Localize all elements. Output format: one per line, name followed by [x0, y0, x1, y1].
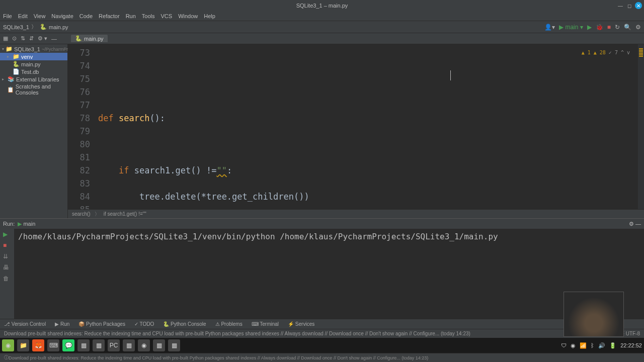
status-message[interactable]: Download pre-built shared indexes: Reduc…: [4, 331, 470, 336]
menu-window[interactable]: Window: [178, 13, 198, 19]
tray-icon-2[interactable]: ◉: [571, 342, 576, 349]
menu-vcs[interactable]: VCS: [161, 13, 173, 19]
inspections-widget[interactable]: ▲ 1 ▲ 28 ✓ 7 ^v: [582, 46, 630, 59]
firefox-icon[interactable]: 🦊: [32, 339, 44, 351]
update-icon[interactable]: ↻: [615, 24, 620, 31]
close-icon[interactable]: ✕: [635, 2, 642, 9]
run-button[interactable]: ▶: [587, 24, 592, 31]
tree-mainpy[interactable]: 🐍 main.py: [0, 60, 67, 68]
window-title: SQLite3_1 – main.py: [296, 3, 348, 9]
tab-problems[interactable]: ⚠ Problems: [215, 321, 243, 327]
app-icon-2[interactable]: ▦: [93, 339, 105, 351]
tab-vcs[interactable]: ⎇ Version Control: [4, 321, 46, 327]
tab-pyconsole[interactable]: 🐍 Python Console: [163, 321, 206, 327]
terminal-icon[interactable]: ⌨: [47, 339, 59, 351]
tree-venv[interactable]: ▸📁 venv: [0, 53, 67, 60]
run-hide-icon[interactable]: —: [635, 221, 641, 227]
os-taskbar: ◉ 📁 🦊 ⌨ 💬 ▦ ▦ PC ▦ ◉ ▦ ▦ 🛡 ◉ 📶 ᛒ 🔊 🔋 22:…: [0, 338, 644, 353]
collapse-icon[interactable]: ⇵: [29, 35, 34, 42]
search-icon[interactable]: 🔍: [624, 24, 631, 31]
gutter: 73747576777879808182838485: [68, 44, 98, 209]
error-stripe[interactable]: [638, 44, 644, 209]
tab-run[interactable]: ▶ Run: [55, 321, 69, 327]
tree-root[interactable]: ▾📁 SQLite3_1 ~/PycharmProjects/SQ: [0, 45, 67, 53]
print-icon[interactable]: 🖶: [3, 264, 11, 272]
stop-run-button[interactable]: ■: [3, 242, 11, 250]
run-settings-icon[interactable]: ⚙: [629, 221, 634, 227]
titlebar: SQLite3_1 – main.py — ◻ ✕: [0, 0, 644, 11]
stop-button[interactable]: ■: [607, 24, 611, 31]
app-icon-5[interactable]: ▦: [168, 339, 180, 351]
files-icon[interactable]: 📁: [17, 339, 29, 351]
obs-icon[interactable]: ◉: [138, 339, 150, 351]
tab-terminal[interactable]: ⌨ Terminal: [252, 321, 279, 327]
run-toolbar: ▶ ■ ⇊ 🖶 🗑: [0, 229, 14, 319]
tray-clock[interactable]: 22:22:52: [620, 342, 642, 348]
menu-file[interactable]: File: [3, 13, 12, 19]
select-opened-icon[interactable]: ⊙: [12, 35, 17, 42]
tray-network-icon[interactable]: 📶: [580, 342, 587, 349]
app-icon-4[interactable]: ▦: [153, 339, 165, 351]
navbar: SQLite3_1 〉 🐍 main.py 👤▾ ▶ main ▾ ▶ 🐞 ■ …: [0, 21, 644, 33]
app-icon[interactable]: ▦: [77, 339, 90, 351]
scroll-icon[interactable]: ⇊: [3, 253, 11, 261]
editor-breadcrumb: search() 〉 if search1.get() !="": [68, 209, 644, 218]
tray-icon[interactable]: 🛡: [561, 342, 567, 348]
settings-icon[interactable]: ⚙: [635, 24, 641, 31]
tree-testdb[interactable]: 📄 Test.db: [0, 68, 67, 75]
pycharm-icon[interactable]: PC: [108, 339, 120, 351]
hide-icon[interactable]: —: [51, 36, 57, 42]
run-output[interactable]: /home/klaus/PycharmProjects/SQLite3_1/ve…: [14, 229, 644, 319]
minimize-icon[interactable]: —: [617, 2, 624, 9]
rerun-button[interactable]: ▶: [3, 231, 11, 239]
expand-icon[interactable]: ⇅: [21, 35, 25, 42]
tray-battery-icon[interactable]: 🔋: [609, 342, 616, 349]
code-editor[interactable]: 73747576777879808182838485 def search():…: [68, 44, 644, 209]
menu-navigate[interactable]: Navigate: [51, 13, 73, 19]
text-cursor: [450, 70, 451, 80]
run-config-selector[interactable]: ▶ main ▾: [559, 24, 583, 31]
tab-services[interactable]: ⚡ Services: [288, 321, 314, 327]
maximize-icon[interactable]: ◻: [626, 2, 633, 9]
tab-pypackages[interactable]: 📦 Python Packages: [78, 321, 125, 327]
breadcrumb-if[interactable]: if search1.get() !="": [104, 211, 146, 217]
tab-todo[interactable]: ✓ TODO: [134, 321, 154, 327]
menu-run[interactable]: Run: [126, 13, 136, 19]
toolbar: ▦ ⊙ ⇅ ⇵ ⚙ ▾ — 🐍 main.py: [0, 33, 644, 44]
start-menu-icon[interactable]: ◉: [2, 339, 14, 351]
tree-external[interactable]: ▸📚 External Libraries: [0, 75, 67, 83]
code-content[interactable]: def search(): if search1.get() !="": tre…: [98, 44, 638, 209]
project-tool-icon[interactable]: ▦: [3, 35, 8, 42]
bottom-toolbar: ⎇ Version Control ▶ Run 📦 Python Package…: [0, 319, 644, 329]
tray-bluetooth-icon[interactable]: ᛒ: [591, 342, 594, 348]
editor-tab-main[interactable]: 🐍 main.py: [71, 35, 108, 42]
menubar: File Edit View Navigate Code Refactor Ru…: [0, 11, 644, 21]
run-toolwindow: Run: ▶ main ⚙ — ▶ ■ ⇊ 🖶 🗑 /home/klaus/Py…: [0, 218, 644, 319]
tree-scratches[interactable]: 📋 Scratches and Consoles: [0, 83, 67, 96]
breadcrumb-fn[interactable]: search(): [72, 211, 91, 217]
whatsapp-icon[interactable]: 💬: [62, 339, 74, 351]
menu-edit[interactable]: Edit: [18, 13, 28, 19]
statusbar: Download pre-built shared indexes: Reduc…: [0, 329, 644, 338]
menu-tools[interactable]: Tools: [142, 13, 155, 19]
project-tree: ▾📁 SQLite3_1 ~/PycharmProjects/SQ ▸📁 ven…: [0, 44, 68, 218]
debug-button[interactable]: 🐞: [596, 24, 603, 31]
tray-volume-icon[interactable]: 🔊: [598, 342, 605, 349]
user-icon[interactable]: 👤▾: [544, 24, 555, 31]
webcam-overlay: [564, 292, 624, 337]
menu-refactor[interactable]: Refactor: [99, 13, 120, 19]
breadcrumb-file[interactable]: 🐍 main.py: [40, 24, 68, 30]
menu-code[interactable]: Code: [79, 13, 93, 19]
app-icon-3[interactable]: ▦: [123, 339, 135, 351]
breadcrumb-project[interactable]: SQLite3_1 〉: [3, 23, 37, 31]
menu-view[interactable]: View: [34, 13, 46, 19]
notification-banner[interactable]: ⓘ Download pre-built shared indexes: Red…: [0, 353, 644, 362]
menu-help[interactable]: Help: [204, 13, 215, 19]
tool-settings-icon[interactable]: ⚙ ▾: [38, 35, 47, 42]
trash-icon[interactable]: 🗑: [3, 275, 11, 283]
